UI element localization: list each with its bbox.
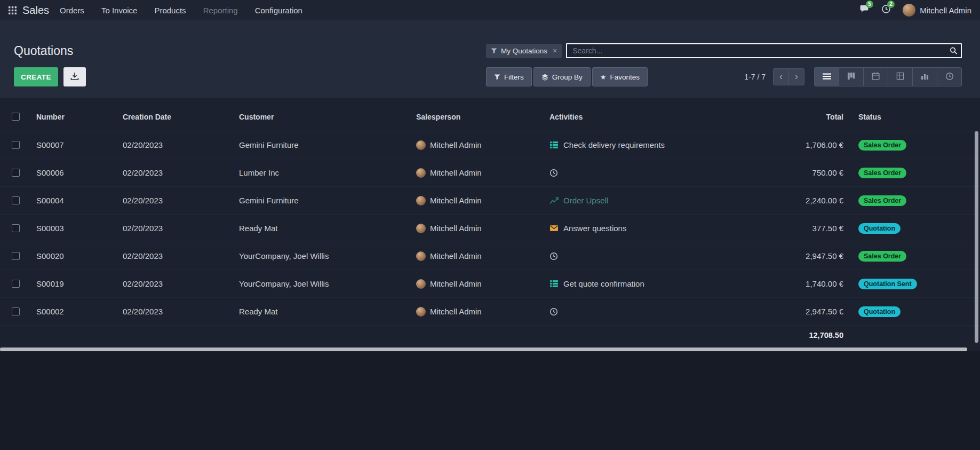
- view-graph-button[interactable]: [912, 67, 937, 86]
- view-activity-button[interactable]: [937, 67, 962, 86]
- row-number: S00003: [28, 224, 114, 233]
- apps-grid-icon[interactable]: [9, 6, 17, 14]
- column-header-salesperson[interactable]: Salesperson: [408, 113, 541, 121]
- column-header-status[interactable]: Status: [850, 113, 975, 121]
- activity-clock-icon: [945, 72, 954, 82]
- control-panel: Quotations CREATE My Quotations ×: [0, 20, 980, 98]
- table-row[interactable]: S00007 02/20/2023 Gemini Furniture Mitch…: [0, 131, 980, 159]
- table-row[interactable]: S00020 02/20/2023 YourCompany, Joel Will…: [0, 242, 980, 270]
- envelope-icon[interactable]: [549, 224, 559, 233]
- vertical-scrollbar[interactable]: [975, 131, 978, 343]
- view-calendar-button[interactable]: [863, 67, 888, 86]
- footer-total-sum: 12,708.50: [755, 331, 850, 340]
- column-header-total[interactable]: Total: [755, 113, 850, 121]
- graph-icon: [921, 72, 929, 82]
- row-activity: Answer questions: [541, 224, 755, 233]
- line-chart-icon[interactable]: [549, 196, 559, 205]
- row-status: Quotation: [850, 223, 975, 234]
- nav-item-configuration[interactable]: Configuration: [255, 6, 302, 15]
- row-status: Sales Order: [850, 251, 975, 262]
- column-header-creation-date[interactable]: Creation Date: [114, 113, 230, 121]
- table-row[interactable]: S00004 02/20/2023 Gemini Furniture Mitch…: [0, 187, 980, 215]
- nav-item-reporting[interactable]: Reporting: [203, 6, 238, 15]
- row-checkbox[interactable]: [12, 280, 20, 288]
- row-salesperson-name: Mitchell Admin: [430, 279, 482, 288]
- clock-icon[interactable]: [549, 169, 558, 177]
- pivot-icon: [896, 72, 904, 82]
- nav-menu: OrdersTo InvoiceProductsReportingConfigu…: [60, 6, 302, 15]
- search-box: [566, 43, 962, 58]
- view-kanban-button[interactable]: [839, 67, 864, 86]
- clipboard-list-icon[interactable]: [549, 279, 559, 288]
- status-badge: Sales Order: [858, 140, 906, 151]
- messages-button[interactable]: 5: [860, 4, 870, 16]
- clipboard-list-icon[interactable]: [549, 140, 559, 149]
- create-button[interactable]: CREATE: [14, 67, 58, 86]
- row-salesperson: Mitchell Admin: [408, 224, 541, 233]
- table-row[interactable]: S00003 02/20/2023 Ready Mat Mitchell Adm…: [0, 215, 980, 242]
- clock-icon[interactable]: [549, 252, 558, 260]
- nav-item-orders[interactable]: Orders: [60, 6, 84, 15]
- row-salesperson: Mitchell Admin: [408, 307, 541, 317]
- row-salesperson: Mitchell Admin: [408, 279, 541, 289]
- nav-item-products[interactable]: Products: [154, 6, 186, 15]
- row-salesperson-name: Mitchell Admin: [430, 140, 482, 149]
- pager-next-button[interactable]: ›: [788, 68, 804, 85]
- row-date: 02/20/2023: [114, 279, 230, 288]
- row-salesperson: Mitchell Admin: [408, 196, 541, 206]
- user-avatar: [903, 4, 915, 17]
- column-header-customer[interactable]: Customer: [230, 113, 408, 121]
- sales-app: Sales OrdersTo InvoiceProductsReportingC…: [0, 0, 980, 450]
- row-checkbox[interactable]: [12, 224, 20, 232]
- status-badge: Sales Order: [858, 251, 906, 262]
- row-status: Quotation Sent: [850, 279, 975, 289]
- filter-icon: [494, 74, 500, 80]
- row-salesperson: Mitchell Admin: [408, 251, 541, 261]
- user-menu[interactable]: Mitchell Admin: [903, 4, 971, 17]
- view-pivot-button[interactable]: [888, 67, 913, 86]
- search-input[interactable]: [566, 43, 962, 58]
- table-row[interactable]: S00002 02/20/2023 Ready Mat Mitchell Adm…: [0, 298, 980, 326]
- row-checkbox[interactable]: [12, 141, 20, 149]
- horizontal-scrollbar[interactable]: [0, 348, 967, 351]
- column-header-activities[interactable]: Activities: [541, 113, 755, 121]
- row-checkbox[interactable]: [12, 169, 20, 177]
- facet-remove-button[interactable]: ×: [553, 46, 557, 55]
- group-by-button[interactable]: Group By: [533, 67, 591, 86]
- row-salesperson-name: Mitchell Admin: [430, 224, 482, 233]
- pager-previous-button[interactable]: ‹: [773, 68, 789, 85]
- row-checkbox[interactable]: [12, 307, 20, 315]
- favorites-button[interactable]: ★ Favorites: [592, 67, 648, 86]
- app-name[interactable]: Sales: [22, 4, 49, 17]
- page-title: Quotations: [14, 43, 86, 59]
- filter-icon: [491, 48, 497, 54]
- activities-button[interactable]: 2: [881, 4, 891, 16]
- row-activity: [541, 169, 755, 177]
- row-status: Sales Order: [850, 168, 975, 178]
- table-row[interactable]: S00006 02/20/2023 Lumber Inc Mitchell Ad…: [0, 159, 980, 187]
- select-all-checkbox[interactable]: [12, 113, 20, 121]
- magnifier-icon[interactable]: [950, 47, 958, 55]
- row-checkbox[interactable]: [12, 252, 20, 260]
- row-date: 02/20/2023: [114, 140, 230, 149]
- view-list-button[interactable]: [814, 67, 839, 86]
- quotations-list: Number Creation Date Customer Salesperso…: [0, 98, 980, 351]
- salesperson-avatar: [416, 224, 426, 233]
- systray: 5 2 Mitchell Admin: [860, 4, 971, 17]
- table-row[interactable]: S00019 02/20/2023 YourCompany, Joel Will…: [0, 270, 980, 298]
- row-checkbox[interactable]: [12, 196, 20, 204]
- clock-icon[interactable]: [549, 307, 558, 316]
- nav-item-to-invoice[interactable]: To Invoice: [101, 6, 138, 15]
- layers-icon: [541, 74, 548, 81]
- salesperson-avatar: [416, 307, 426, 317]
- row-status: Quotation: [850, 306, 975, 317]
- row-total: 2,947.50 €: [755, 251, 850, 260]
- view-switcher: [814, 67, 962, 86]
- export-button[interactable]: [63, 67, 86, 86]
- salesperson-avatar: [416, 279, 426, 289]
- filters-button[interactable]: Filters: [486, 67, 532, 86]
- column-header-number[interactable]: Number: [28, 113, 114, 121]
- row-activity: [541, 252, 755, 260]
- row-customer: Gemini Furniture: [230, 140, 408, 149]
- control-panel-left: Quotations CREATE: [14, 43, 86, 86]
